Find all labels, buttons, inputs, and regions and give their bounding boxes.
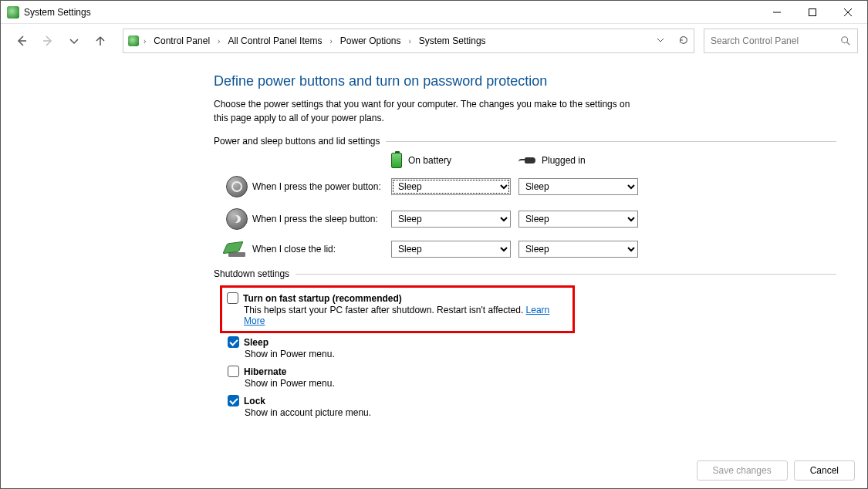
chevron-down-icon[interactable]: [657, 35, 664, 46]
column-headers: On battery Plugged in: [391, 153, 836, 168]
search-input[interactable]: [711, 35, 840, 46]
row-label: When I press the sleep button:: [252, 214, 391, 224]
hibernate-item: Hibernate Show in Power menu.: [225, 364, 836, 390]
close-button[interactable]: [830, 1, 866, 24]
fast-startup-label: Turn on fast startup (recommended): [243, 293, 402, 304]
breadcrumb-item[interactable]: All Control Panel Items: [225, 34, 325, 48]
svg-point-6: [842, 37, 848, 43]
power-battery-select[interactable]: Sleep: [391, 178, 511, 195]
breadcrumb-item[interactable]: Power Options: [337, 34, 404, 48]
nav-up-button[interactable]: [89, 29, 112, 52]
sleep-battery-select[interactable]: Sleep: [391, 211, 511, 228]
svg-rect-1: [809, 8, 816, 15]
lock-item: Lock Show in account picture menu.: [225, 393, 836, 420]
nav-recent-button[interactable]: [62, 29, 86, 52]
row-sleep-button: When I press the sleep button: Sleep Sle…: [221, 208, 836, 230]
breadcrumb-item[interactable]: System Settings: [416, 34, 489, 48]
hibernate-label: Hibernate: [244, 366, 286, 377]
chevron-right-icon[interactable]: ›: [407, 37, 413, 46]
sleep-checkbox[interactable]: [228, 336, 239, 348]
app-icon: [7, 6, 19, 19]
hibernate-desc: Show in Power menu.: [245, 378, 833, 389]
row-lid: When I close the lid: Sleep Sleep: [221, 241, 836, 258]
svg-line-7: [847, 42, 850, 46]
lid-plugged-select[interactable]: Sleep: [518, 241, 638, 258]
sleep-desc: Show in Power menu.: [245, 349, 833, 359]
power-icon: [226, 176, 248, 197]
power-plugged-select[interactable]: Sleep: [518, 178, 638, 195]
sleep-item: Sleep Show in Power menu.: [225, 335, 836, 361]
refresh-icon[interactable]: [678, 35, 689, 48]
search-icon: [840, 35, 851, 46]
row-label: When I press the power button:: [252, 181, 391, 192]
sleep-label: Sleep: [244, 337, 269, 348]
lid-icon: [225, 241, 248, 257]
nav-back-button[interactable]: [10, 29, 33, 52]
divider: [386, 141, 836, 142]
page-heading: Define power buttons and turn on passwor…: [214, 73, 836, 89]
section-shutdown-label: Shutdown settings: [214, 268, 289, 279]
titlebar: System Settings: [1, 1, 867, 24]
save-button[interactable]: Save changes: [697, 460, 788, 481]
lid-battery-select[interactable]: Sleep: [391, 241, 511, 258]
fast-startup-desc: This helps start your PC faster after sh…: [244, 305, 565, 326]
address-bar[interactable]: › Control Panel › All Control Panel Item…: [123, 29, 694, 53]
hibernate-checkbox[interactable]: [228, 366, 239, 377]
col-plugged-in: Plugged in: [542, 155, 586, 166]
lock-checkbox[interactable]: [228, 395, 239, 406]
row-label: When I close the lid:: [252, 244, 391, 255]
fast-startup-checkbox[interactable]: [227, 292, 238, 304]
section-power-sleep-label: Power and sleep buttons and lid settings: [214, 136, 380, 147]
window-title: System Settings: [24, 7, 91, 18]
chevron-right-icon[interactable]: ›: [142, 37, 147, 46]
lock-label: Lock: [244, 396, 265, 406]
sleep-plugged-select[interactable]: Sleep: [518, 211, 638, 228]
search-box[interactable]: [704, 29, 858, 53]
content-panel: Define power buttons and turn on passwor…: [1, 58, 867, 420]
fast-startup-item: Turn on fast startup (recommended) This …: [220, 285, 575, 333]
chevron-right-icon[interactable]: ›: [328, 37, 333, 46]
row-power-button: When I press the power button: Sleep Sle…: [221, 176, 836, 197]
footer: Save changes Cancel: [697, 460, 855, 481]
address-icon: [128, 35, 139, 46]
chevron-right-icon[interactable]: ›: [216, 37, 221, 46]
nav-row: › Control Panel › All Control Panel Item…: [1, 24, 867, 58]
divider: [296, 274, 836, 275]
nav-forward-button[interactable]: [36, 29, 59, 52]
sleep-icon: [226, 208, 248, 230]
minimize-button[interactable]: [759, 1, 795, 24]
lock-desc: Show in account picture menu.: [245, 407, 833, 418]
col-on-battery: On battery: [408, 155, 451, 166]
plug-icon: [518, 156, 535, 165]
page-description: Choose the power settings that you want …: [214, 97, 646, 125]
maximize-button[interactable]: [795, 1, 830, 24]
breadcrumb-item[interactable]: Control Panel: [150, 34, 213, 48]
battery-icon: [391, 153, 402, 168]
cancel-button[interactable]: Cancel: [794, 460, 855, 481]
